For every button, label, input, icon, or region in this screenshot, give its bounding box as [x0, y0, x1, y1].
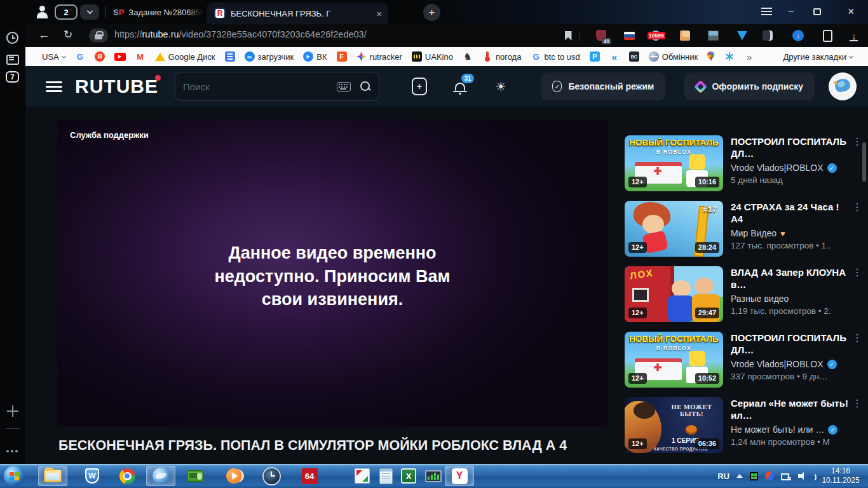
bookmark-chess[interactable]: ♞ — [463, 51, 473, 62]
notes-panel-icon[interactable] — [6, 53, 19, 65]
channel-row[interactable]: Не может быть! или …✓ — [731, 424, 851, 435]
recommended-video-card[interactable]: НЕ МОЖЕТ БЫТЬ! 1 СЕРИЯ КАЧЕСТВО ПРОДУКТО… — [625, 397, 864, 453]
other-bookmarks-button[interactable]: Другие закладки — [783, 52, 853, 62]
hamburger-menu-icon[interactable] — [46, 81, 62, 92]
start-button[interactable] — [4, 466, 24, 486]
window-close-button[interactable]: × — [848, 5, 855, 18]
reload-icon[interactable]: ↻ — [64, 28, 72, 41]
bookmark-btc[interactable]: Gbtc to usd — [531, 51, 580, 62]
notifications-button[interactable]: 31 — [447, 73, 473, 100]
bookmarks-overflow[interactable]: » — [744, 51, 754, 62]
bookmark-vk[interactable]: ▶ВК — [303, 51, 327, 62]
tab-zadanie[interactable]: SP Задание №2806858 - прос — [113, 4, 203, 20]
taskbar-64-app[interactable]: 64 — [295, 466, 324, 486]
bookmark-obminnik[interactable]: Обмінник — [649, 51, 698, 62]
user-avatar[interactable] — [829, 72, 857, 100]
savefrom-extension-icon[interactable]: 10599 — [649, 29, 662, 43]
bookmark-youtube[interactable]: ▶ — [114, 53, 126, 61]
dark-theme-extension-icon[interactable] — [761, 29, 774, 43]
taskbar-chrome[interactable] — [112, 466, 142, 486]
bookmark-p[interactable]: P — [590, 51, 600, 62]
download-helper-extension-icon[interactable]: ↓ — [792, 29, 804, 43]
bookmark-zagruzchik[interactable]: ∞загрузчик — [245, 51, 294, 62]
channel-row[interactable]: Vrode Vlados|ROBLOX✓ — [731, 163, 851, 173]
taskbar-internet[interactable] — [146, 466, 175, 486]
bookmark-google[interactable]: G — [75, 51, 85, 62]
bookmark-uakino[interactable]: UAKino — [412, 51, 453, 62]
bookmark-maps[interactable] — [707, 51, 715, 62]
tray-grid-icon[interactable] — [750, 472, 758, 480]
video-card-title[interactable]: 24 СТРАХА за 24 Часа ! А4 — [731, 201, 851, 225]
window-minimize-button[interactable]: − — [788, 6, 794, 17]
video-thumbnail[interactable]: ЛОХ 12+ 29:47 — [625, 266, 723, 322]
adblock-extension-icon[interactable]: 40 — [595, 29, 607, 43]
taskbar-media-player[interactable] — [219, 466, 248, 486]
taskbar-wise-care[interactable]: W — [78, 466, 107, 486]
panel-add-icon[interactable] — [7, 405, 18, 417]
recommended-video-card[interactable]: НОВЫЙ ГОСПИТАЛЬ В ROBLOX 12+ 10:16 ПОСТР… — [625, 135, 864, 191]
downloads-icon[interactable]: ↓ — [848, 29, 860, 43]
video-card-title[interactable]: ПОСТРОИЛ ГОСПИТАЛЬ ДЛ… — [731, 135, 851, 159]
search-input[interactable] — [183, 81, 337, 92]
vpn-flag-extension-icon[interactable] — [623, 29, 635, 43]
channel-row[interactable]: Разные видео — [731, 294, 851, 304]
subscribe-button[interactable]: Оформить подписку — [684, 72, 815, 100]
bookmark-gmail[interactable]: M — [135, 51, 146, 62]
bookmark-kyivstar[interactable] — [724, 51, 735, 62]
taskbar-clock-app[interactable] — [257, 466, 286, 486]
video-thumbnail[interactable]: НОВЫЙ ГОСПИТАЛЬ В ROBLOX 12+ 10:52 — [625, 332, 723, 388]
tab-list-chevron-button[interactable] — [80, 4, 99, 20]
theme-toggle-button[interactable]: ☀ — [487, 73, 514, 100]
card-menu-icon[interactable]: ⋮ — [852, 268, 862, 278]
support-service-label[interactable]: Служба поддержки — [70, 130, 149, 140]
browser-menu-icon[interactable] — [761, 8, 772, 16]
taskbar-system-monitor[interactable] — [419, 466, 448, 486]
bookmark-folder-usa[interactable]: USA — [42, 52, 65, 62]
bookmark-flag-icon[interactable] — [562, 29, 574, 43]
profile-avatar-icon[interactable] — [36, 5, 50, 19]
new-tab-button[interactable]: + — [423, 4, 440, 21]
v-diamond-extension-icon[interactable] — [736, 29, 749, 43]
recommended-video-card[interactable]: #17 12+ 28:24 24 СТРАХА за 24 Часа ! А4 … — [625, 201, 864, 257]
recommended-video-card[interactable]: НОВЫЙ ГОСПИТАЛЬ В ROBLOX 12+ 10:52 ПОСТР… — [625, 332, 864, 388]
tab-close-icon[interactable]: × — [376, 9, 382, 18]
virtual-keyboard-icon[interactable] — [337, 82, 351, 92]
video-thumbnail[interactable]: #17 12+ 28:24 — [625, 201, 723, 257]
tray-expand-icon[interactable] — [736, 474, 743, 478]
taskbar-clock[interactable]: 14:1610.11.2025 — [820, 466, 862, 485]
panel-more-icon[interactable] — [6, 449, 19, 452]
taskbar-memory-tool[interactable] — [180, 466, 210, 486]
channel-row[interactable]: Vrode Vlados|ROBLOX✓ — [731, 359, 851, 369]
rutube-logo[interactable]: RUTUBE — [75, 76, 158, 97]
video-thumbnail[interactable]: НОВЫЙ ГОСПИТАЛЬ В ROBLOX 12+ 10:16 — [625, 135, 723, 191]
search-box[interactable] — [175, 72, 379, 101]
bookmark-google-drive[interactable]: Google Диск — [155, 52, 215, 62]
bookmark-pogoda[interactable]: погода — [482, 51, 522, 62]
bookmark-yandex[interactable]: Я — [95, 51, 105, 62]
video-card-title[interactable]: ВЛАД А4 Запер КЛОУНА в… — [731, 266, 851, 290]
video-player[interactable]: Служба поддержки Данное видео временно н… — [57, 119, 607, 427]
safe-mode-button[interactable]: ✓ Безопасный режим — [541, 72, 665, 100]
face-extension-icon[interactable] — [679, 29, 691, 43]
page-scrollbar-thumb[interactable] — [862, 142, 866, 182]
bookmark-arrows[interactable]: « — [609, 51, 620, 62]
search-icon[interactable] — [360, 81, 371, 92]
tab-rutube-active[interactable]: R БЕСКОНЕЧНАЯ ГРЯЗЬ. Г × — [207, 3, 388, 24]
panel-badge-7[interactable]: 7 — [6, 71, 19, 83]
channel-row[interactable]: Мир Видео♥ — [731, 228, 851, 238]
device-sync-icon[interactable] — [821, 29, 834, 43]
video-card-title[interactable]: Сериал «Не может быть! ил… — [731, 397, 851, 421]
lock-icon[interactable] — [89, 29, 108, 43]
back-icon[interactable]: ← — [38, 28, 50, 42]
video-thumbnail[interactable]: НЕ МОЖЕТ БЫТЬ! 1 СЕРИЯ КАЧЕСТВО ПРОДУКТО… — [625, 397, 723, 453]
network-icon[interactable] — [781, 472, 791, 480]
video-card-title[interactable]: ПОСТРОИЛ ГОСПИТАЛЬ ДЛ… — [731, 332, 851, 356]
upload-video-button[interactable] — [406, 73, 433, 100]
bookmark-bc[interactable]: BC — [629, 51, 639, 62]
tab-counter[interactable]: 2 — [55, 4, 78, 20]
taskbar-yandex-browser[interactable]: Y — [445, 466, 474, 486]
url-field[interactable]: https://rutube.ru/video/37328e55ac4070f3… — [114, 29, 367, 39]
bookmark-f[interactable]: F — [337, 51, 347, 62]
card-menu-icon[interactable]: ⋮ — [852, 202, 862, 212]
card-menu-icon[interactable]: ⋮ — [852, 137, 862, 147]
